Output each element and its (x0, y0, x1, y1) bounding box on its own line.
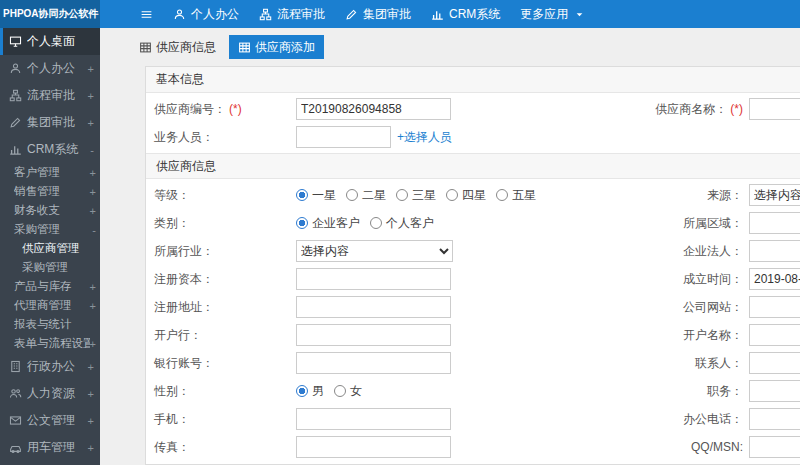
expander-icon[interactable]: + (88, 361, 94, 373)
website-input[interactable] (749, 296, 800, 318)
gender-radio-1[interactable] (334, 385, 346, 397)
nav-item-crm-system[interactable]: CRM系统 (431, 6, 500, 23)
sidebar-item-workflow-approval[interactable]: 流程审批+ (0, 82, 100, 109)
label-text: 开户行： (154, 328, 202, 342)
expander-icon[interactable]: + (90, 338, 96, 350)
expander-icon[interactable]: - (92, 224, 96, 236)
fax-input[interactable] (296, 436, 451, 458)
office-phone-input[interactable] (749, 408, 800, 430)
sidebar-item-sales-mgmt[interactable]: 销售管理+ (0, 182, 100, 201)
nav-item-group-approval[interactable]: 集团审批 (345, 6, 411, 23)
region-input[interactable] (749, 212, 800, 234)
sidebar-item-procurement-mgmt[interactable]: 采购管理 (0, 258, 100, 277)
expander-icon[interactable]: + (88, 388, 94, 400)
grade-radio-1[interactable] (346, 189, 358, 201)
bank-account-input[interactable] (296, 352, 451, 374)
expander-icon[interactable]: + (90, 281, 96, 293)
registered-capital-input[interactable] (296, 268, 451, 290)
category-option-0[interactable]: 企业客户 (296, 215, 360, 232)
founded-time-input[interactable] (749, 268, 800, 290)
field-industry: 选择内容 (296, 240, 599, 262)
sidebar-item-purchase-mgmt[interactable]: 采购管理- (0, 220, 100, 239)
qq-msn-input[interactable] (749, 436, 800, 458)
sidebar-item-vehicle-mgmt[interactable]: 用车管理+ (0, 434, 100, 461)
mobile-input[interactable] (296, 408, 451, 430)
field-bank-account (296, 352, 599, 374)
tab-supplier-info[interactable]: 供应商信息 (130, 35, 225, 59)
nav-item-more-apps[interactable]: 更多应用 (520, 6, 586, 23)
radio-label: 企业客户 (312, 215, 360, 232)
pick-person-link[interactable]: +选择人员 (397, 129, 452, 146)
sidebar-item-crm-system[interactable]: CRM系统- (0, 136, 100, 163)
gender-option-1[interactable]: 女 (334, 383, 362, 400)
nav-item-workflow-approval[interactable]: 流程审批 (259, 6, 325, 23)
sidebar-item-personal-desktop[interactable]: 个人桌面 (0, 28, 100, 55)
sidebar-item-archive-mgmt[interactable]: 档案管理+ (0, 461, 100, 465)
sidebar-item-admin-office[interactable]: 行政办公+ (0, 353, 100, 380)
radio-label: 一星 (312, 187, 336, 204)
category-radio-1[interactable] (370, 217, 382, 229)
industry-select[interactable]: 选择内容 (296, 240, 453, 262)
expander-icon[interactable]: + (90, 300, 96, 312)
sidebar-item-form-flow-settings[interactable]: 表单与流程设置+ (0, 334, 100, 353)
sidebar-item-label: 报表与统计 (14, 317, 96, 332)
sidebar-item-finance-mgmt[interactable]: 财务收支+ (0, 201, 100, 220)
grade-option-1[interactable]: 二星 (346, 187, 386, 204)
expander-icon[interactable]: + (88, 63, 94, 75)
grade-radio-3[interactable] (446, 189, 458, 201)
category-radio-0[interactable] (296, 217, 308, 229)
label-source: 来源： (599, 187, 749, 204)
sidebar-item-document-mgmt[interactable]: 公文管理+ (0, 407, 100, 434)
expander-icon[interactable]: + (88, 90, 94, 102)
field-legal-person (749, 240, 800, 262)
sidebar-item-group-approval[interactable]: 集团审批+ (0, 109, 100, 136)
sales-person-input[interactable] (296, 126, 391, 148)
grade-option-0[interactable]: 一星 (296, 187, 336, 204)
sidebar-item-customer-mgmt[interactable]: 客户管理+ (0, 163, 100, 182)
expander-icon[interactable]: - (90, 144, 94, 156)
menu-toggle-button[interactable] (140, 8, 153, 21)
source-select[interactable]: 选择内容 (749, 184, 800, 206)
sidebar-item-label: 销售管理 (14, 184, 90, 199)
expander-icon[interactable]: + (88, 117, 94, 129)
grade-option-3[interactable]: 四星 (446, 187, 486, 204)
bank-input[interactable] (296, 324, 451, 346)
gender-radio-0[interactable] (296, 385, 308, 397)
expander-icon[interactable]: + (88, 415, 94, 427)
sidebar-item-label: 产品与库存 (14, 279, 90, 294)
sidebar-item-human-resources[interactable]: 人力资源+ (0, 380, 100, 407)
label-text: 银行账号： (154, 356, 214, 370)
expander-icon[interactable]: + (90, 186, 96, 198)
job-title-input[interactable] (749, 380, 800, 402)
field-fax (296, 436, 599, 458)
sidebar-item-agent-mgmt[interactable]: 代理商管理+ (0, 296, 100, 315)
gender-option-0[interactable]: 男 (296, 383, 324, 400)
supplier-name-input[interactable] (749, 98, 800, 120)
grade-radio-0[interactable] (296, 189, 308, 201)
legal-person-input[interactable] (749, 240, 800, 262)
radio-label: 三星 (412, 187, 436, 204)
sidebar-item-label: 代理商管理 (14, 298, 90, 313)
expander-icon[interactable]: + (88, 442, 94, 454)
category-option-1[interactable]: 个人客户 (370, 215, 434, 232)
grade-option-4[interactable]: 五星 (496, 187, 536, 204)
required-mark: (*) (229, 102, 242, 116)
grade-radio-2[interactable] (396, 189, 408, 201)
nav-item-personal-office[interactable]: 个人办公 (173, 6, 239, 23)
sidebar-item-report-stats[interactable]: 报表与统计 (0, 315, 100, 334)
account-name-input[interactable] (749, 324, 800, 346)
label-gender: 性别： (146, 383, 296, 400)
form-row: 银行账号：联系人： (146, 349, 800, 377)
sidebar-item-personal-office[interactable]: 个人办公+ (0, 55, 100, 82)
expander-icon[interactable]: + (90, 205, 96, 217)
grade-radio-4[interactable] (496, 189, 508, 201)
supplier-no-input[interactable] (296, 98, 451, 120)
label-region: 所属区域： (599, 215, 749, 232)
registered-address-input[interactable] (296, 296, 451, 318)
tab-supplier-add[interactable]: 供应商添加 (229, 35, 324, 59)
sidebar-item-product-inventory[interactable]: 产品与库存+ (0, 277, 100, 296)
grade-option-2[interactable]: 三星 (396, 187, 436, 204)
expander-icon[interactable]: + (90, 167, 96, 179)
sidebar-item-supplier-mgmt[interactable]: 供应商管理 (0, 239, 100, 258)
contact-input[interactable] (749, 352, 800, 374)
